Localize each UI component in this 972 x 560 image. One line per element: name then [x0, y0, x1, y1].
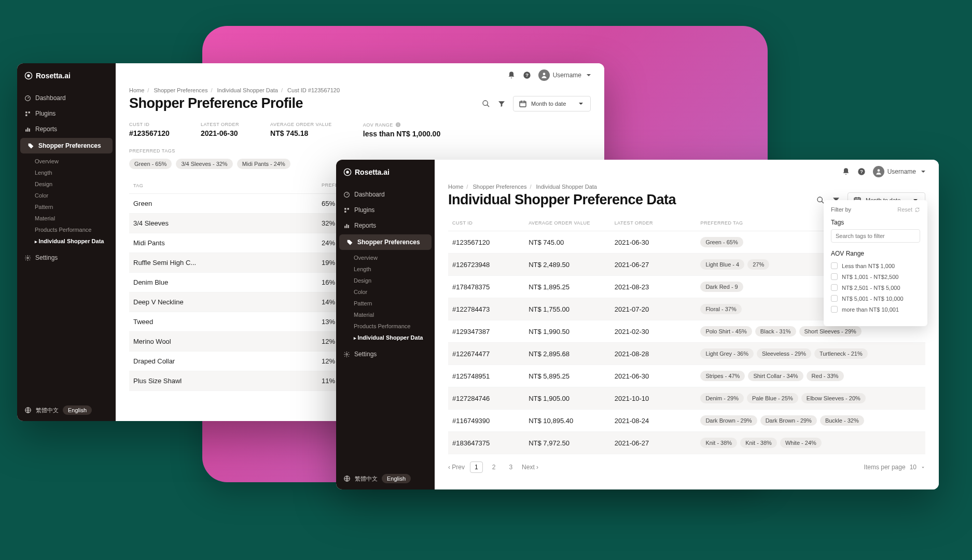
crumb[interactable]: Shopper Preferences [154, 87, 207, 93]
filter-option[interactable]: more than NT$ 10,001 [831, 304, 920, 315]
tag-chip[interactable]: Light Blue - 4 [700, 259, 744, 270]
help-icon[interactable]: ? [857, 167, 866, 176]
filter-option[interactable]: NT$ 2,501 - NT$ 5,000 [831, 282, 920, 293]
table-row[interactable]: #122674477NT$ 2,895.682021-08-28Light Gr… [448, 343, 925, 365]
subnav-length[interactable]: Length [352, 263, 435, 275]
nav-plugins[interactable]: Plugins [336, 202, 435, 218]
crumb[interactable]: Home [448, 184, 463, 190]
subnav-overview[interactable]: Overview [33, 156, 116, 167]
tag-chip[interactable]: 3/4 Sleeves - 32% [176, 159, 232, 169]
nav-reports[interactable]: Reports [17, 121, 116, 137]
items-per-page[interactable]: Items per page 10 [864, 464, 925, 471]
tag-chip[interactable]: Short Sleeves - 29% [799, 326, 862, 337]
subnav-individual-shopper-data[interactable]: Individual Shopper Data [33, 235, 116, 247]
user-menu[interactable]: Username [873, 166, 927, 177]
prev-button[interactable]: ‹ Prev [448, 464, 465, 471]
filter-reset[interactable]: Reset [897, 206, 920, 213]
bell-icon[interactable] [842, 167, 850, 176]
lang-en[interactable]: English [63, 405, 92, 415]
tag-chip[interactable]: White - 24% [780, 438, 822, 448]
subnav-pattern[interactable]: Pattern [33, 201, 116, 213]
subnav-overview[interactable]: Overview [352, 252, 435, 263]
tag-chip[interactable]: Light Grey - 36% [700, 348, 754, 359]
tag-chip[interactable]: Denim - 29% [700, 393, 744, 403]
tag-chip[interactable]: Midi Pants - 24% [237, 159, 290, 169]
subnav-color[interactable]: Color [33, 190, 116, 201]
crumb[interactable]: Shopper Preferences [473, 184, 526, 190]
checkbox[interactable] [831, 273, 838, 280]
tag-chip[interactable]: Black - 31% [755, 326, 796, 337]
lang-zh[interactable]: 繁體中文 [355, 475, 378, 483]
table-row[interactable]: #127284746NT$ 1,905.002021-10-10Denim - … [448, 387, 925, 410]
nav-settings[interactable]: Settings [17, 250, 116, 265]
nav-shopper-preferences[interactable]: Shopper Preferences [339, 234, 432, 250]
table-row[interactable]: #116749390NT$ 10,895.402021-08-24Dark Br… [448, 410, 925, 432]
label: LATEST ORDER [201, 122, 239, 127]
nav-settings[interactable]: Settings [336, 346, 435, 362]
tag-chip[interactable]: 27% [747, 259, 769, 270]
filter-option[interactable]: Less than NT$ 1,000 [831, 260, 920, 271]
bell-icon[interactable] [507, 71, 516, 79]
tag-chip[interactable]: Stripes - 47% [700, 371, 745, 381]
checkbox[interactable] [831, 295, 838, 302]
nav-shopper-preferences[interactable]: Shopper Preferences [20, 138, 113, 153]
tag-chip[interactable]: Floral - 37% [700, 304, 741, 314]
search-icon[interactable] [482, 100, 490, 108]
col-latest[interactable]: LATEST ORDER [610, 215, 697, 231]
label: CUST ID [129, 122, 170, 127]
tag-chip[interactable]: Shirt Collar - 34% [748, 371, 803, 381]
subnav-pattern[interactable]: Pattern [352, 298, 435, 309]
nav-reports[interactable]: Reports [336, 218, 435, 233]
tag-chip[interactable]: Green - 65% [129, 159, 172, 169]
col-aov[interactable]: AVERAGE ORDER VALUE [524, 215, 610, 231]
page-1[interactable]: 1 [470, 461, 483, 473]
lang-en[interactable]: English [382, 474, 411, 483]
table-row[interactable]: #183647375NT$ 7,972.502021-06-27Knit - 3… [448, 432, 925, 454]
tag-chip[interactable]: Polo Shirt - 45% [700, 326, 752, 337]
date-picker[interactable]: Month to date [513, 96, 591, 111]
nav-dashboard[interactable]: Dashboard [336, 187, 435, 202]
tag-chip[interactable]: Knit - 38% [740, 438, 777, 448]
subnav-length[interactable]: Length [33, 167, 116, 178]
tag-chip[interactable]: Red - 33% [807, 371, 844, 381]
lang-zh[interactable]: 繁體中文 [36, 407, 59, 414]
nav-plugins[interactable]: Plugins [17, 106, 116, 121]
subnav-individual-shopper-data[interactable]: Individual Shopper Data [352, 332, 435, 343]
tag-chip[interactable]: Pale Blue - 25% [747, 393, 798, 403]
tag-chip[interactable]: Green - 65% [700, 237, 743, 247]
crumb[interactable]: Home [129, 87, 144, 93]
tag-chip[interactable]: Elbow Sleeves - 20% [801, 393, 866, 403]
subnav-design[interactable]: Design [352, 275, 435, 286]
page-3[interactable]: 3 [505, 462, 517, 472]
filter-icon[interactable] [497, 100, 506, 108]
subnav-color[interactable]: Color [352, 286, 435, 298]
col-cust-id[interactable]: CUST ID [448, 215, 524, 231]
tag-chip[interactable]: Knit - 38% [700, 438, 737, 448]
crumb[interactable]: Individual Shopper Data [217, 87, 278, 93]
nav-dashboard[interactable]: Dashboard [17, 90, 116, 106]
tag-chip[interactable]: Dark Brown - 29% [760, 415, 817, 426]
tag-chip[interactable]: Buckle - 32% [820, 415, 864, 426]
tag-chip[interactable]: Turtleneck - 21% [814, 348, 868, 359]
tag-search-input[interactable] [831, 229, 920, 243]
subnav-products-performance[interactable]: Products Performance [33, 224, 116, 235]
col-tag[interactable]: TAG [129, 177, 317, 194]
tag-chip[interactable]: Dark Red - 9 [700, 282, 743, 292]
table-row[interactable]: #125748951NT$ 5,895.252021-06-30Stripes … [448, 365, 925, 387]
subnav-design[interactable]: Design [33, 178, 116, 190]
user-menu[interactable]: Username [538, 69, 593, 81]
subnav-products-performance[interactable]: Products Performance [352, 320, 435, 332]
subnav-material[interactable]: Material [33, 213, 116, 224]
checkbox[interactable] [831, 284, 838, 291]
checkbox[interactable] [831, 262, 838, 269]
help-icon[interactable]: ? [523, 71, 531, 79]
info-icon[interactable]: i [395, 122, 401, 128]
next-button[interactable]: Next › [522, 464, 538, 471]
tag-chip[interactable]: Sleeveless - 29% [757, 348, 811, 359]
checkbox[interactable] [831, 306, 838, 313]
filter-option[interactable]: NT$ 5,001 - NT$ 10,000 [831, 293, 920, 304]
subnav-material[interactable]: Material [352, 309, 435, 320]
tag-chip[interactable]: Dark Brown - 29% [700, 415, 757, 426]
page-2[interactable]: 2 [488, 462, 500, 472]
filter-option[interactable]: NT$ 1,001 - NT$2,500 [831, 271, 920, 282]
